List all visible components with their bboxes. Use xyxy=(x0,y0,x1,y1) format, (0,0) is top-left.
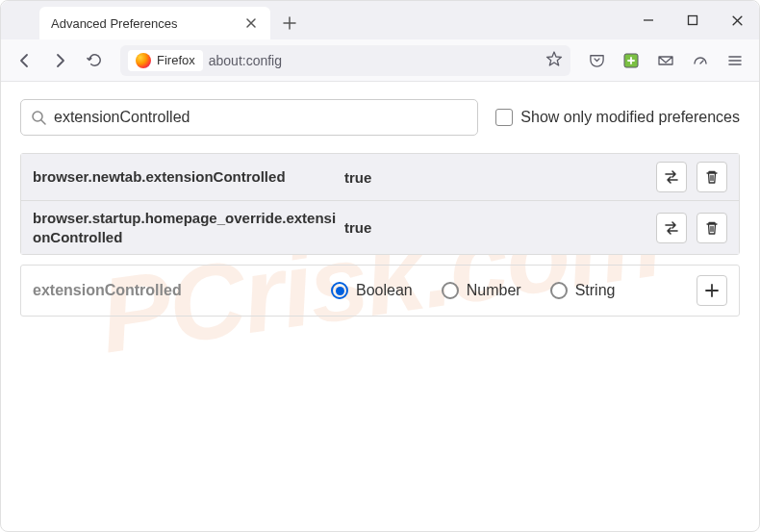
pref-row[interactable]: browser.newtab.extensionControlled true xyxy=(21,154,739,201)
firefox-icon xyxy=(136,53,151,68)
reload-button[interactable] xyxy=(80,46,109,75)
show-modified-label: Show only modified preferences xyxy=(520,109,740,126)
add-pref-button[interactable] xyxy=(697,275,727,306)
new-tab-button[interactable] xyxy=(276,10,303,37)
checkbox-icon xyxy=(495,109,513,126)
delete-button[interactable] xyxy=(697,213,727,243)
close-tab-icon[interactable] xyxy=(243,15,259,31)
browser-toolbar: Firefox about:config xyxy=(1,39,759,82)
pref-row[interactable]: browser.startup.homepage_override.extens… xyxy=(21,201,739,254)
radio-selected-icon xyxy=(331,282,348,299)
forward-button[interactable] xyxy=(45,46,74,75)
radio-icon xyxy=(442,282,459,299)
tab-title: Advanced Preferences xyxy=(51,16,178,31)
back-button[interactable] xyxy=(11,46,39,75)
firefox-badge: Firefox xyxy=(128,50,203,71)
trash-icon xyxy=(704,220,720,236)
pref-search-input[interactable] xyxy=(54,109,468,126)
window-maximize-button[interactable] xyxy=(671,1,715,39)
toggle-icon xyxy=(663,168,680,186)
radio-icon xyxy=(550,282,568,299)
trash-icon xyxy=(704,169,720,185)
browser-tab[interactable]: Advanced Preferences xyxy=(39,7,270,39)
type-number-radio[interactable]: Number xyxy=(442,282,521,299)
pref-value: true xyxy=(341,169,656,186)
new-pref-row: extensionControlled Boolean Number Strin… xyxy=(20,265,740,317)
radio-label: Boolean xyxy=(356,282,413,299)
toggle-icon xyxy=(663,219,680,237)
mail-icon[interactable] xyxy=(651,46,680,75)
plus-icon xyxy=(704,283,720,298)
pref-name: browser.newtab.extensionControlled xyxy=(33,167,341,187)
search-icon xyxy=(31,110,46,125)
badge-label: Firefox xyxy=(157,53,195,67)
radio-label: Number xyxy=(467,282,521,299)
window-close-button[interactable] xyxy=(715,1,759,39)
show-modified-checkbox[interactable]: Show only modified preferences xyxy=(495,109,740,126)
url-text: about:config xyxy=(209,53,540,68)
pref-value: true xyxy=(341,219,656,236)
svg-rect-0 xyxy=(689,16,697,25)
pref-list: browser.newtab.extensionControlled true … xyxy=(20,153,740,255)
window-minimize-button[interactable] xyxy=(626,1,671,39)
type-boolean-radio[interactable]: Boolean xyxy=(331,282,413,299)
pref-search-box[interactable] xyxy=(20,99,478,136)
bookmark-star-icon[interactable] xyxy=(545,50,563,70)
pref-name: browser.startup.homepage_override.extens… xyxy=(33,209,341,246)
delete-button[interactable] xyxy=(697,162,727,192)
menu-button[interactable] xyxy=(721,46,749,75)
type-string-radio[interactable]: String xyxy=(550,282,616,299)
pocket-icon[interactable] xyxy=(582,46,611,75)
toggle-button[interactable] xyxy=(656,162,687,192)
radio-label: String xyxy=(575,282,616,299)
dashboard-icon[interactable] xyxy=(686,46,715,75)
new-pref-name: extensionControlled xyxy=(33,282,331,299)
toggle-button[interactable] xyxy=(656,213,687,243)
url-bar[interactable]: Firefox about:config xyxy=(120,45,570,76)
extension-icon[interactable] xyxy=(617,46,646,75)
